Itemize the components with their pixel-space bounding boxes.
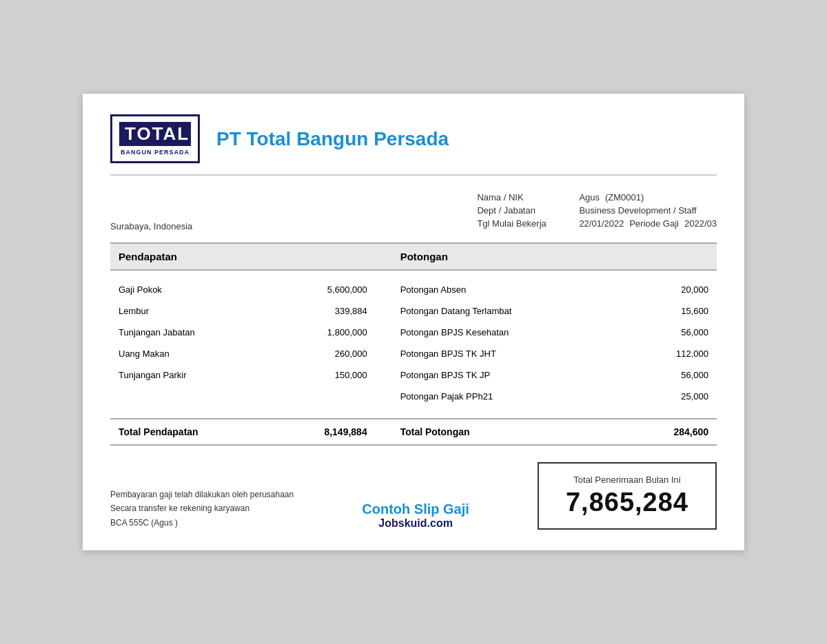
footer-center: Contoh Slip Gaji Jobskuid.com — [362, 501, 469, 530]
pendapatan-item-amount: 260,000 — [291, 343, 376, 364]
pendapatan-item-amount: 150,000 — [291, 364, 376, 386]
periode-label: Periode Gaji — [629, 218, 679, 229]
total-pendapatan-amount: 8,149,884 — [291, 419, 376, 445]
pendapatan-item-amount: 339,884 — [291, 300, 376, 322]
table-row: Potongan Pajak PPh21 25,000 — [110, 386, 717, 407]
pendapatan-item-amount — [291, 386, 376, 407]
pendapatan-item-label: Lembur — [110, 300, 291, 322]
periode-value: 2022/03 — [684, 218, 717, 229]
pendapatan-header: Pendapatan — [110, 243, 376, 270]
table-row: Tunjangan Jabatan 1,800,000 Potongan BPJ… — [110, 322, 717, 343]
pendapatan-item-label: Tunjangan Jabatan — [110, 322, 291, 343]
pendapatan-item-label: Gaji Pokok — [110, 279, 291, 300]
total-potongan-amount: 284,600 — [609, 419, 717, 445]
footer-bank: BCA 555C (Agus ) — [110, 516, 294, 530]
company-name: PT Total Bangun Persada — [216, 128, 449, 150]
info-section: Surabaya, Indonesia Nama / NIK Agus (ZM0… — [110, 192, 717, 231]
slip-container: TOTAL BANGUN PERSADA PT Total Bangun Per… — [83, 94, 744, 550]
total-row: Total Pendapatan 8,149,884 Total Potonga… — [110, 419, 717, 445]
footer: Pembayaran gaji telah dilakukan oleh per… — [110, 462, 717, 530]
info-location: Surabaya, Indonesia — [110, 200, 192, 231]
footer-text2: Secara transfer ke rekening karyawan — [110, 501, 294, 515]
potongan-item-amount: 56,000 — [609, 364, 717, 386]
potongan-item-amount: 56,000 — [609, 322, 717, 343]
table-row: Tunjangan Parkir 150,000 Potongan BPJS T… — [110, 364, 717, 386]
nik-value: (ZM0001) — [605, 192, 644, 202]
table-header-row: Pendapatan Potongan — [110, 243, 717, 270]
nama-label: Nama / NIK — [477, 192, 573, 202]
total-potongan-label: Total Potongan — [392, 419, 609, 445]
total-penerimaan-label: Total Penerimaan Bulan Ini — [555, 475, 699, 485]
tgl-row: Tgl Mulai Bekerja 22/01/2022 Periode Gaj… — [477, 218, 717, 229]
logo-total-text: TOTAL — [119, 122, 191, 146]
potongan-item-amount: 25,000 — [609, 386, 717, 407]
tgl-label: Tgl Mulai Bekerja — [477, 218, 573, 229]
pendapatan-item-amount: 5,600,000 — [291, 279, 376, 300]
salary-table: Pendapatan Potongan Gaji Pokok 5,600,000… — [110, 242, 717, 446]
jobskuid-label: Jobskuid.com — [362, 517, 469, 530]
tgl-value: 22/01/2022 — [579, 218, 624, 229]
potongan-item-amount: 20,000 — [609, 279, 717, 300]
total-penerimaan-box: Total Penerimaan Bulan Ini 7,865,284 — [538, 462, 717, 530]
potongan-item-label: Potongan BPJS TK JP — [392, 364, 609, 386]
logo-sub-text: BANGUN PERSADA — [119, 149, 191, 156]
potongan-item-label: Potongan Datang Terlambat — [392, 300, 609, 322]
table-row: Uang Makan 260,000 Potongan BPJS TK JHT … — [110, 343, 717, 364]
pendapatan-item-label: Tunjangan Parkir — [110, 364, 291, 386]
info-right: Nama / NIK Agus (ZM0001) Dept / Jabatan … — [477, 192, 717, 231]
nama-value: Agus — [579, 192, 600, 202]
potongan-item-amount: 112,000 — [609, 343, 717, 364]
table-row: Gaji Pokok 5,600,000 Potongan Absen 20,0… — [110, 279, 717, 300]
total-pendapatan-label: Total Pendapatan — [110, 419, 291, 445]
potongan-item-label: Potongan BPJS Kesehatan — [392, 322, 609, 343]
pendapatan-item-label: Uang Makan — [110, 343, 291, 364]
pendapatan-item-label — [110, 386, 291, 407]
potongan-header: Potongan — [392, 243, 609, 270]
total-penerimaan-amount: 7,865,284 — [555, 488, 699, 517]
dept-value: Business Development / Staff — [579, 205, 696, 216]
potongan-item-label: Potongan BPJS TK JHT — [392, 343, 609, 364]
potongan-item-label: Potongan Pajak PPh21 — [392, 386, 609, 407]
dept-row: Dept / Jabatan Business Development / St… — [477, 205, 717, 216]
contoh-slip-label: Contoh Slip Gaji — [362, 501, 469, 517]
footer-left: Pembayaran gaji telah dilakukan oleh per… — [110, 488, 294, 530]
potongan-item-amount: 15,600 — [609, 300, 717, 322]
company-logo: TOTAL BANGUN PERSADA — [110, 114, 200, 163]
footer-text1: Pembayaran gaji telah dilakukan oleh per… — [110, 488, 294, 501]
nama-row: Nama / NIK Agus (ZM0001) — [477, 192, 717, 202]
pendapatan-item-amount: 1,800,000 — [291, 322, 376, 343]
header: TOTAL BANGUN PERSADA PT Total Bangun Per… — [110, 114, 717, 176]
potongan-item-label: Potongan Absen — [392, 279, 609, 300]
dept-label: Dept / Jabatan — [477, 205, 573, 216]
table-row: Lembur 339,884 Potongan Datang Terlambat… — [110, 300, 717, 322]
